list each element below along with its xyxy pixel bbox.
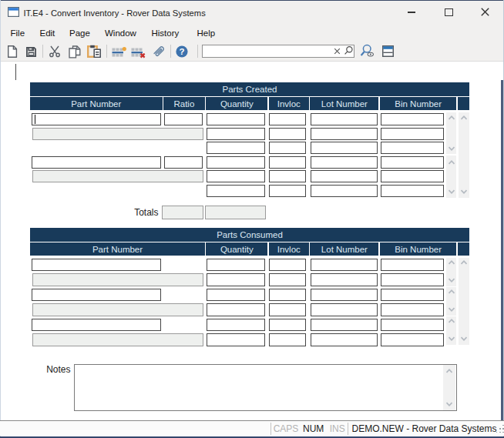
svg-text:?: ?	[179, 47, 184, 56]
